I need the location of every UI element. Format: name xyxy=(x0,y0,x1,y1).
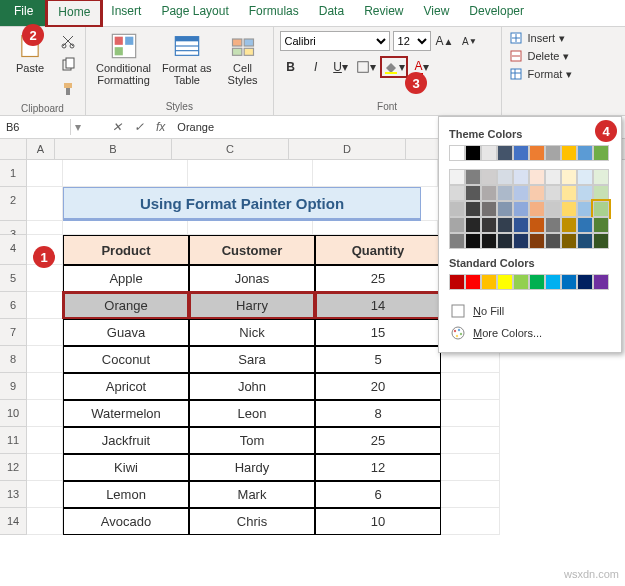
tab-view[interactable]: View xyxy=(414,0,460,26)
cell-quantity[interactable]: 10 xyxy=(315,508,441,535)
header-product[interactable]: Product xyxy=(63,235,189,265)
row-header-3[interactable]: 3 xyxy=(0,221,27,235)
cell-product[interactable]: Lemon xyxy=(63,481,189,508)
cell-customer[interactable]: Nick xyxy=(189,319,315,346)
cell-customer[interactable]: Leon xyxy=(189,400,315,427)
swatch[interactable] xyxy=(465,274,481,290)
swatch[interactable] xyxy=(593,274,609,290)
row-header[interactable]: 7 xyxy=(0,319,27,346)
cell-quantity[interactable]: 25 xyxy=(315,265,441,292)
swatch[interactable] xyxy=(481,169,497,185)
swatch[interactable] xyxy=(577,145,593,161)
swatch[interactable] xyxy=(561,233,577,249)
header-quantity[interactable]: Quantity xyxy=(315,235,441,265)
swatch[interactable] xyxy=(465,169,481,185)
cell-customer[interactable]: John xyxy=(189,373,315,400)
swatch[interactable] xyxy=(561,217,577,233)
row-header[interactable]: 13 xyxy=(0,481,27,508)
tab-page-layout[interactable]: Page Layout xyxy=(151,0,238,26)
row-header[interactable]: 8 xyxy=(0,346,27,373)
cell-quantity[interactable]: 14 xyxy=(315,292,441,319)
cell-quantity[interactable]: 12 xyxy=(315,454,441,481)
swatch[interactable] xyxy=(593,233,609,249)
select-all-button[interactable] xyxy=(0,139,27,159)
header-customer[interactable]: Customer xyxy=(189,235,315,265)
swatch[interactable] xyxy=(593,185,609,201)
cell-customer[interactable]: Hardy xyxy=(189,454,315,481)
cell-customer[interactable]: Tom xyxy=(189,427,315,454)
grow-font-button[interactable]: A▲ xyxy=(434,30,456,52)
cell-product[interactable]: Orange xyxy=(63,292,189,319)
swatch[interactable] xyxy=(497,169,513,185)
cell-quantity[interactable]: 5 xyxy=(315,346,441,373)
swatch[interactable] xyxy=(593,217,609,233)
swatch[interactable] xyxy=(545,233,561,249)
insert-cells-button[interactable]: Insert ▾ xyxy=(508,30,573,46)
swatch[interactable] xyxy=(577,217,593,233)
tab-formulas[interactable]: Formulas xyxy=(239,0,309,26)
swatch[interactable] xyxy=(497,233,513,249)
swatch[interactable] xyxy=(577,274,593,290)
tab-review[interactable]: Review xyxy=(354,0,413,26)
swatch[interactable] xyxy=(513,201,529,217)
swatch[interactable] xyxy=(465,201,481,217)
swatch[interactable] xyxy=(497,201,513,217)
swatch[interactable] xyxy=(545,169,561,185)
cell-quantity[interactable]: 15 xyxy=(315,319,441,346)
font-name-select[interactable]: Calibri xyxy=(280,31,390,51)
tab-file[interactable]: File xyxy=(0,0,47,26)
cell-product[interactable]: Coconut xyxy=(63,346,189,373)
swatch[interactable] xyxy=(561,169,577,185)
swatch[interactable] xyxy=(465,217,481,233)
cell-quantity[interactable]: 8 xyxy=(315,400,441,427)
fill-color-button[interactable]: ▾ xyxy=(380,56,408,78)
row-header[interactable]: 14 xyxy=(0,508,27,535)
swatch[interactable] xyxy=(545,217,561,233)
delete-cells-button[interactable]: Delete ▾ xyxy=(508,48,573,64)
row-header[interactable]: 12 xyxy=(0,454,27,481)
swatch[interactable] xyxy=(577,233,593,249)
format-cells-button[interactable]: Format ▾ xyxy=(508,66,573,82)
swatch[interactable] xyxy=(561,201,577,217)
border-button[interactable]: ▾ xyxy=(355,56,377,78)
swatch[interactable] xyxy=(513,185,529,201)
row-header-2[interactable]: 2 xyxy=(0,187,27,221)
cell-quantity[interactable]: 6 xyxy=(315,481,441,508)
fx-button[interactable]: fx xyxy=(150,120,171,134)
swatch[interactable] xyxy=(465,233,481,249)
cell-product[interactable]: Kiwi xyxy=(63,454,189,481)
swatch[interactable] xyxy=(529,169,545,185)
name-box[interactable]: B6 xyxy=(0,119,71,135)
swatch[interactable] xyxy=(545,185,561,201)
swatch[interactable] xyxy=(481,145,497,161)
cell-customer[interactable]: Harry xyxy=(189,292,315,319)
cell-product[interactable]: Apricot xyxy=(63,373,189,400)
swatch[interactable] xyxy=(513,274,529,290)
more-colors-item[interactable]: More Colors... xyxy=(445,322,615,344)
swatch[interactable] xyxy=(593,169,609,185)
swatch[interactable] xyxy=(481,233,497,249)
cell-customer[interactable]: Jonas xyxy=(189,265,315,292)
underline-button[interactable]: U▾ xyxy=(330,56,352,78)
swatch[interactable] xyxy=(449,233,465,249)
col-header-a[interactable]: A xyxy=(27,139,55,159)
cell-quantity[interactable]: 25 xyxy=(315,427,441,454)
namebox-dropdown[interactable]: ▾ xyxy=(71,120,85,134)
swatch[interactable] xyxy=(561,274,577,290)
row-header[interactable]: 6 xyxy=(0,292,27,319)
swatch[interactable] xyxy=(449,169,465,185)
swatch[interactable] xyxy=(449,185,465,201)
row-header[interactable]: 10 xyxy=(0,400,27,427)
swatch[interactable] xyxy=(529,274,545,290)
cell-styles-button[interactable]: Cell Styles xyxy=(219,30,267,88)
swatch[interactable] xyxy=(545,274,561,290)
cell-product[interactable]: Avocado xyxy=(63,508,189,535)
copy-button[interactable] xyxy=(57,54,79,76)
cell-customer[interactable]: Mark xyxy=(189,481,315,508)
tab-data[interactable]: Data xyxy=(309,0,354,26)
swatch[interactable] xyxy=(497,145,513,161)
bold-button[interactable]: B xyxy=(280,56,302,78)
swatch[interactable] xyxy=(449,145,465,161)
col-header-b[interactable]: B xyxy=(55,139,172,159)
swatch[interactable] xyxy=(529,233,545,249)
